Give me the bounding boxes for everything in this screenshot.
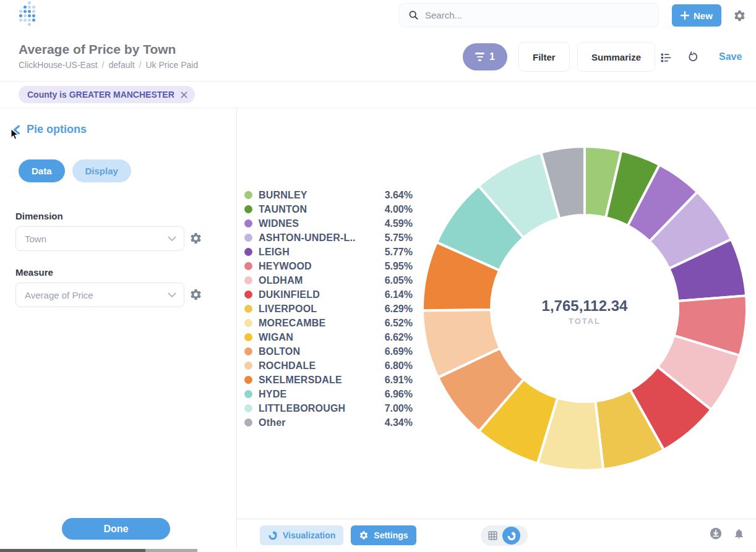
logo-dot [19,1,22,4]
legend-label: SKELMERSDALE [259,375,380,386]
dimension-select[interactable]: Town [15,226,184,251]
pie-chart-icon [268,530,278,540]
legend-value: 3.64% [385,190,413,201]
tab-display[interactable]: Display [72,159,131,182]
legend-item[interactable]: BOLTON6.69% [244,344,413,359]
logo-dot [19,10,22,13]
table-view-icon[interactable] [487,530,499,541]
page-title: Average of Price by Town [19,42,176,57]
tab-data[interactable]: Data [19,159,65,182]
logo-dot [24,10,27,13]
legend-item[interactable]: Other4.34% [244,415,413,430]
measure-settings-gear-icon[interactable] [189,288,203,302]
editor-list-icon[interactable] [659,51,672,66]
legend-item[interactable]: WIDNES4.59% [244,216,413,231]
admin-gear-icon[interactable] [733,9,746,24]
filter-chip[interactable]: County is GREATER MANCHESTER [19,86,195,103]
filter-chip-label: County is GREATER MANCHESTER [27,90,174,100]
legend-item[interactable]: MORECAMBE6.52% [244,316,413,330]
bell-icon[interactable] [733,528,745,540]
logo-dot [28,10,31,13]
sidebar-tabs: Data Display [19,159,131,182]
logo-dot [32,14,35,17]
dimension-settings-gear-icon[interactable] [189,232,203,245]
legend-item[interactable]: ROCHDALE6.80% [244,359,413,373]
breadcrumb-separator: / [139,60,142,70]
legend-item[interactable]: OLDHAM6.05% [244,273,413,287]
logo-dot [32,6,35,9]
legend-value: 4.34% [385,417,413,428]
legend-swatch [244,262,252,270]
legend-item[interactable]: HYDE6.96% [244,387,413,401]
legend-item[interactable]: LITTLEBOROUGH7.00% [244,401,413,415]
top-bar: Search... New [0,0,756,35]
logo-dot [32,23,35,26]
legend-swatch [244,319,252,327]
scrollbar-thumb[interactable] [0,549,145,552]
logo-dot [19,6,22,9]
logo-dot [28,19,31,22]
logo-dot [24,19,27,22]
legend-value: 4.59% [385,218,413,229]
remove-filter-icon[interactable] [181,91,187,98]
legend-value: 5.95% [385,261,413,272]
legend-label: TAUNTON [259,204,380,215]
legend-item[interactable]: ASHTON-UNDER-L..5.75% [244,231,413,245]
legend-swatch [244,219,252,227]
filter-count-pill[interactable]: 1 [463,43,507,70]
legend-label: Other [259,417,380,428]
legend-label: WIGAN [259,332,380,343]
breadcrumb-part[interactable]: default [108,60,134,70]
legend-label: OLDHAM [259,275,380,286]
chart-view-icon[interactable] [502,527,520,545]
legend-swatch [244,404,252,412]
logo-dot [28,6,31,9]
filter-button[interactable]: Filter [518,42,570,72]
refresh-icon[interactable] [687,51,699,65]
search-input[interactable]: Search... [399,3,659,27]
download-icon[interactable] [709,527,723,540]
legend-label: HEYWOOD [259,261,380,272]
legend-swatch [244,234,252,242]
legend-item[interactable]: LEIGH5.77% [244,245,413,259]
legend-value: 6.62% [385,332,413,343]
legend-value: 6.29% [385,304,413,315]
logo-dot [26,27,29,30]
legend-swatch [244,362,252,370]
legend-label: ROCHDALE [259,360,380,372]
legend-item[interactable]: DUKINFIELD6.14% [244,287,413,302]
legend-item[interactable]: WIGAN6.62% [244,330,413,344]
new-button[interactable]: New [672,4,721,27]
settings-button[interactable]: Settings [351,525,416,545]
legend-item[interactable]: LIVERPOOL6.29% [244,302,413,316]
done-button[interactable]: Done [62,518,170,540]
breadcrumb-part[interactable]: ClickHouse-US-East [19,60,98,70]
legend-item[interactable]: BURNLEY3.64% [244,188,413,202]
chevron-down-icon [168,236,176,242]
summarize-button[interactable]: Summarize [577,42,655,72]
legend-item[interactable]: SKELMERSDALE6.91% [244,373,413,387]
legend-label: BURNLEY [259,190,380,201]
visualization-button[interactable]: Visualization [260,525,343,545]
measure-select[interactable]: Average of Price [15,282,184,307]
breadcrumb-part[interactable]: Uk Price Paid [145,60,198,70]
legend-label: LEIGH [259,247,380,258]
divider [0,81,756,82]
legend-value: 4.00% [385,204,413,215]
horizontal-scrollbar[interactable] [0,549,237,552]
legend-item[interactable]: HEYWOOD5.95% [244,259,413,273]
search-icon [408,10,419,20]
legend-value: 5.77% [385,247,413,258]
legend-swatch [244,333,252,341]
legend-item[interactable]: TAUNTON4.00% [244,202,413,216]
visualization-panel: BURNLEY3.64%TAUNTON4.00%WIDNES4.59%ASHTO… [237,108,756,552]
legend-label: LIVERPOOL [259,304,380,315]
legend-value: 7.00% [385,403,413,414]
pie-options-header[interactable]: Pie options [12,123,87,136]
legend-swatch [244,291,252,299]
measure-label: Measure [15,267,53,278]
filter-count: 1 [489,51,495,62]
metabase-logo-icon[interactable] [17,5,37,26]
save-button[interactable]: Save [719,51,742,62]
legend-swatch [244,347,252,355]
